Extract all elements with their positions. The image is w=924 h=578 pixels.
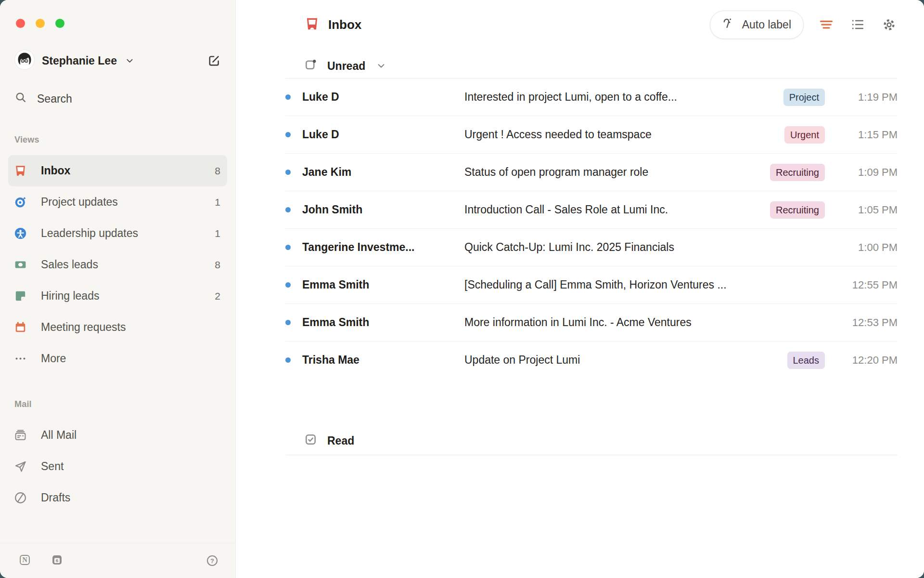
unread-dot: [285, 357, 291, 363]
read-section-header[interactable]: Read: [285, 427, 898, 455]
pencil-circle-icon: [13, 491, 27, 505]
email-sender: John Smith: [302, 203, 464, 216]
email-row[interactable]: Tangerine Investme...Quick Catch-Up: Lum…: [285, 229, 898, 266]
email-row[interactable]: Luke DUrgent ! Access needed to teamspac…: [285, 116, 898, 154]
sidebar-item-label: More: [41, 352, 66, 365]
sidebar-footer: N 6 ?: [0, 543, 235, 578]
section-label-views: Views: [14, 130, 235, 149]
sidebar-item-label: Hiring leads: [41, 289, 99, 302]
chevron-down-icon: [376, 61, 386, 71]
sidebar-item-inbox[interactable]: Inbox8: [8, 155, 227, 186]
email-label-badge: Recruiting: [770, 201, 825, 219]
unread-dot: [285, 245, 291, 250]
email-time: 12:55 PM: [837, 279, 898, 291]
avatar: [14, 50, 35, 72]
sidebar-item-hiring-leads[interactable]: Hiring leads2: [8, 280, 227, 312]
read-section-label: Read: [327, 434, 354, 447]
inbox-icon: [304, 16, 320, 34]
sidebar-item-more[interactable]: More: [8, 343, 227, 374]
email-time: 1:19 PM: [837, 91, 898, 104]
email-sender: Jane Kim: [302, 166, 464, 179]
account-name: Stephanie Lee: [42, 54, 117, 67]
person-circle-icon: [13, 226, 27, 240]
unread-dot: [285, 94, 291, 100]
app-window: Stephanie Lee Search ViewsInbox8Project …: [0, 0, 924, 578]
sidebar-item-label: Sales leads: [41, 258, 98, 271]
unread-icon: [304, 58, 318, 75]
email-sender: Trisha Mae: [302, 354, 464, 367]
email-subject: [Scheduling a Call] Emma Smith, Horizon …: [464, 278, 827, 291]
account-switcher[interactable]: Stephanie Lee: [14, 49, 221, 72]
auto-label-button[interactable]: Auto label: [710, 11, 804, 39]
email-sender: Luke D: [302, 91, 464, 104]
sidebar-item-meeting-requests[interactable]: Meeting requests: [8, 312, 227, 343]
search-label: Search: [37, 92, 72, 105]
help-icon[interactable]: ?: [205, 554, 219, 567]
email-time: 1:00 PM: [837, 241, 898, 254]
sidebar-item-sales-leads[interactable]: Sales leads8: [8, 249, 227, 280]
email-row[interactable]: John SmithIntroduction Call - Sales Role…: [285, 191, 898, 229]
email-row[interactable]: Emma Smith[Scheduling a Call] Emma Smith…: [285, 266, 898, 304]
email-row[interactable]: Emma SmithMore information in Lumi Inc. …: [285, 304, 898, 342]
list-view-button[interactable]: [849, 16, 866, 33]
email-subject: Interested in project Lumi, open to a co…: [464, 91, 773, 104]
email-subject: Quick Catch-Up: Lumi Inc. 2025 Financial…: [464, 241, 827, 254]
filter-button[interactable]: [818, 16, 835, 33]
sidebar-item-drafts[interactable]: Drafts: [8, 482, 227, 513]
svg-text:N: N: [22, 556, 27, 564]
search-icon: [14, 91, 27, 106]
sidebar-item-project-updates[interactable]: Project updates1: [8, 186, 227, 218]
email-time: 1:05 PM: [837, 204, 898, 216]
unread-section-header[interactable]: Unread: [285, 54, 898, 79]
sidebar-item-label: Project updates: [41, 196, 118, 209]
unread-dot: [285, 207, 291, 212]
minimize-window-button[interactable]: [36, 19, 45, 28]
chevron-down-icon: [125, 56, 134, 66]
unread-count: 1: [215, 197, 220, 208]
sidebar-item-label: Sent: [41, 460, 64, 473]
unread-count: 2: [215, 290, 220, 302]
sidebar-item-leadership-updates[interactable]: Leadership updates1: [8, 218, 227, 249]
svg-text:?: ?: [210, 557, 214, 565]
compose-button[interactable]: [207, 54, 221, 67]
unread-dot: [285, 132, 291, 137]
inbox-tray-icon: [13, 164, 27, 178]
unread-dot: [285, 320, 291, 325]
email-sender: Luke D: [302, 128, 464, 141]
email-row[interactable]: Luke DInterested in project Lumi, open t…: [285, 79, 898, 116]
email-label-badge: Urgent: [784, 126, 825, 144]
email-subject: Introduction Call - Sales Role at Lumi I…: [464, 203, 759, 216]
sidebar-item-all-mail[interactable]: All Mail: [8, 420, 227, 451]
paper-plane-icon: [13, 460, 27, 473]
target-icon: [13, 195, 27, 209]
window-controls: [0, 0, 235, 28]
settings-button[interactable]: [880, 16, 898, 33]
read-checkbox-icon: [304, 433, 318, 449]
banknote-icon: [13, 258, 27, 272]
auto-label-icon: [722, 16, 736, 33]
unread-count: 8: [215, 259, 220, 271]
sidebar-item-label: Leadership updates: [41, 227, 138, 240]
email-row[interactable]: Trisha MaeUpdate on Project LumiLeads12:…: [285, 342, 898, 379]
unread-dot: [285, 170, 291, 175]
calendar-app-icon[interactable]: 6: [51, 553, 64, 568]
note-icon: [13, 289, 27, 303]
notion-logo-icon[interactable]: N: [18, 553, 31, 568]
email-time: 12:20 PM: [837, 354, 898, 367]
close-window-button[interactable]: [16, 19, 25, 28]
sidebar-item-label: Inbox: [41, 164, 70, 177]
sidebar: Stephanie Lee Search ViewsInbox8Project …: [0, 0, 236, 578]
auto-label-text: Auto label: [742, 18, 791, 31]
email-time: 12:53 PM: [837, 316, 898, 329]
page-title: Inbox: [328, 17, 361, 32]
email-row[interactable]: Jane KimStatus of open program manager r…: [285, 154, 898, 191]
email-time: 1:09 PM: [837, 166, 898, 179]
email-time: 1:15 PM: [837, 129, 898, 141]
sidebar-item-label: All Mail: [41, 429, 77, 442]
sidebar-item-label: Drafts: [41, 491, 70, 504]
email-label-badge: Leads: [787, 352, 825, 369]
sidebar-item-sent[interactable]: Sent: [8, 451, 227, 482]
unread-count: 1: [215, 228, 220, 239]
zoom-window-button[interactable]: [55, 19, 64, 28]
search-button[interactable]: Search: [14, 88, 221, 110]
